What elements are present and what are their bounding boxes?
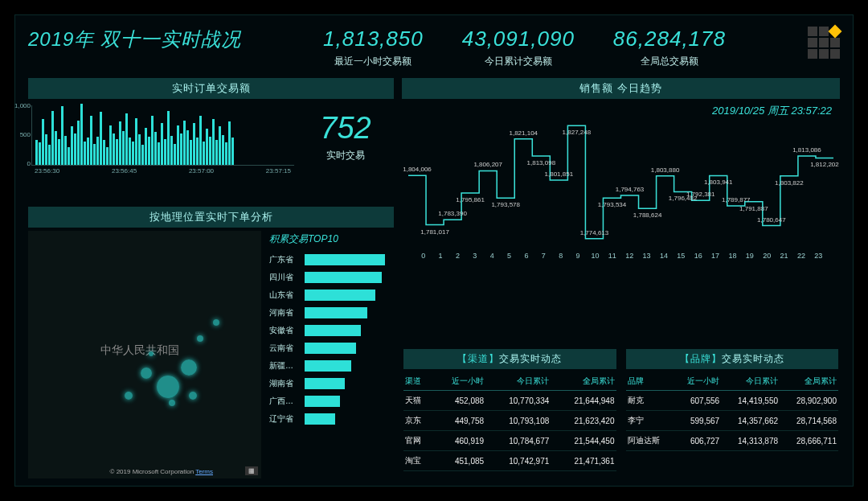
bar xyxy=(103,140,105,165)
realtime-bar-chart: 1,000 500 0 xyxy=(31,105,294,166)
bar xyxy=(154,132,157,165)
bar xyxy=(186,130,189,166)
bar xyxy=(80,104,83,166)
cell: 599,567 xyxy=(674,411,721,431)
bar xyxy=(161,123,163,166)
bar xyxy=(58,139,60,165)
map-bubble xyxy=(189,392,197,400)
bar xyxy=(87,138,89,166)
province-name: 广西… xyxy=(269,396,301,407)
step-value-label: 1,794,763 xyxy=(616,186,645,193)
step-value-label: 1,792,381 xyxy=(686,191,715,198)
x-tick: 22 xyxy=(792,252,809,260)
bar xyxy=(206,129,208,165)
map-bubble xyxy=(149,351,154,356)
map[interactable]: 中华人民共和国 © 2019 Microsoft Corporation Ter… xyxy=(28,231,261,478)
x-tick: 9 xyxy=(569,252,586,260)
map-brand-badge: ▦ xyxy=(245,466,258,475)
title-rest: 交易实时动态 xyxy=(499,353,562,364)
map-bubble xyxy=(157,376,179,398)
bar xyxy=(148,137,150,165)
top10-list: 积累交易TOP10 广东省四川省山东省河南省安徽省云南省新疆…湖南省广西…辽宁省 xyxy=(269,231,394,478)
cell: 淘宝 xyxy=(403,451,432,471)
bar xyxy=(116,139,118,165)
bar xyxy=(55,131,57,165)
col-header: 全局累计 xyxy=(780,372,838,391)
page-title: 2019年 双十一实时战况 xyxy=(28,27,241,52)
x-tick: 6 xyxy=(518,252,534,260)
x-tick: 16 xyxy=(690,252,706,260)
bar xyxy=(129,138,131,166)
col-header: 渠道 xyxy=(403,372,432,391)
dashboard-root: 2019年 双十一实时战况 1,813,850 最近一小时交易额 43,091,… xyxy=(14,14,854,487)
x-tick: 1 xyxy=(432,252,448,260)
cell: 京东 xyxy=(403,411,432,431)
panel-title: 销售额 今日趋势 xyxy=(402,78,840,99)
cell: 官网 xyxy=(403,431,432,451)
panel-title: 按地理位置实时下单分析 xyxy=(28,207,394,228)
map-bubble xyxy=(169,400,175,406)
bar xyxy=(215,140,218,166)
step-svg xyxy=(408,120,833,248)
bar xyxy=(42,119,44,165)
bar xyxy=(174,144,176,165)
col-header: 今日累计 xyxy=(721,372,780,391)
x-tick: 15 xyxy=(673,252,690,260)
trend-top: 销售额 今日趋势 2019/10/25 周五 23:57:22 1,804,00… xyxy=(402,78,840,273)
province-name: 河南省 xyxy=(269,307,301,318)
bar xyxy=(77,121,80,166)
step-value-label: 1,788,624 xyxy=(633,211,662,219)
bar xyxy=(45,134,47,165)
step-value-label: 1,780,647 xyxy=(757,216,786,224)
bar xyxy=(203,142,205,165)
hbar xyxy=(305,254,385,265)
table-row: 天猫452,08810,770,33421,644,948 xyxy=(403,391,616,411)
x-tick: 18 xyxy=(724,252,741,260)
hbar xyxy=(305,343,356,354)
bar xyxy=(39,142,41,166)
table-row: 京东449,75810,793,10821,623,420 xyxy=(403,411,616,431)
geo-panel: 按地理位置实时下单分析 中华人民共和国 © 2019 Microsoft Cor… xyxy=(28,207,394,484)
map-bubble xyxy=(141,368,152,379)
map-bubble xyxy=(197,335,203,342)
body-grid: 实时订单交易额 1,000 500 0 23:56:3023:56:4523:5… xyxy=(28,78,840,484)
cell: 21,644,948 xyxy=(551,391,616,411)
bar xyxy=(93,144,96,165)
cell: 21,471,361 xyxy=(551,451,616,471)
top10-row: 新疆… xyxy=(269,357,394,375)
cell: 14,313,878 xyxy=(721,431,780,451)
bar xyxy=(90,116,92,166)
top10-title: 积累交易TOP10 xyxy=(269,231,394,251)
x-tick: 4 xyxy=(484,252,501,260)
cell: 460,919 xyxy=(432,431,485,451)
top10-row: 云南省 xyxy=(269,339,394,357)
x-tick: 11 xyxy=(604,252,620,260)
col-header: 全局累计 xyxy=(551,372,616,391)
bar xyxy=(141,145,144,165)
bar xyxy=(164,139,166,165)
brand-table: 品牌近一小时今日累计全局累计 耐克607,55614,419,55028,902… xyxy=(626,372,839,451)
bar xyxy=(231,138,234,166)
step-x-axis: 01234567891011121314151617181920212223 xyxy=(408,248,833,260)
panel-title: 实时订单交易额 xyxy=(28,78,394,99)
y-tick: 0 xyxy=(10,160,31,167)
bar xyxy=(151,116,154,166)
channel-table: 渠道近一小时今日累计全局累计 天猫452,08810,770,33421,644… xyxy=(403,372,616,471)
big-number-label: 实时交易 xyxy=(297,149,394,162)
x-tick: 3 xyxy=(466,252,483,260)
bar xyxy=(100,112,102,165)
bar xyxy=(170,136,173,165)
kpi-value: 1,813,850 xyxy=(323,27,424,51)
bar xyxy=(180,133,182,165)
terms-link[interactable]: Terms xyxy=(195,468,213,475)
bar xyxy=(106,147,108,166)
cell: 14,419,550 xyxy=(721,391,780,411)
step-value-label: 1,789,877 xyxy=(722,196,751,203)
kpi-value: 43,091,090 xyxy=(462,27,575,51)
apps-grid-icon[interactable] xyxy=(808,27,840,59)
channel-table-panel: 【渠道】交易实时动态 渠道近一小时今日累计全局累计 天猫452,08810,77… xyxy=(403,349,616,484)
bar xyxy=(125,113,128,165)
panel-title: 【渠道】交易实时动态 xyxy=(403,349,616,369)
trend-panel: 销售额 今日趋势 2019/10/25 周五 23:57:22 1,804,00… xyxy=(402,78,840,484)
top10-row: 安徽省 xyxy=(269,322,394,339)
